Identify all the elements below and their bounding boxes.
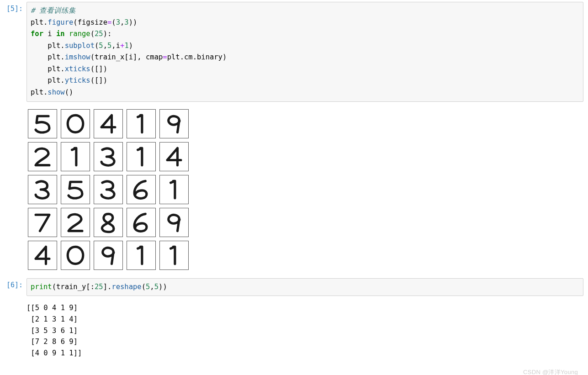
digit-6-icon bbox=[128, 177, 154, 202]
code-token bbox=[65, 30, 69, 38]
code-token: ( bbox=[111, 18, 116, 26]
digit-cell-6 bbox=[127, 175, 156, 204]
cell-6-prompt: [6]: bbox=[3, 278, 26, 289]
digit-0-icon bbox=[63, 243, 88, 268]
digit-3-icon bbox=[95, 177, 121, 202]
code-token: , bbox=[150, 283, 154, 291]
mnist-digit-grid bbox=[28, 109, 189, 270]
code-token: ]. bbox=[103, 283, 112, 291]
digit-cell-7 bbox=[28, 208, 57, 237]
cell-5-prompt: [5]: bbox=[3, 2, 26, 13]
digit-cell-1 bbox=[127, 109, 156, 138]
digit-cell-9 bbox=[159, 208, 189, 237]
indent bbox=[31, 65, 48, 73]
code-token: imshow bbox=[65, 53, 90, 61]
digit-9-icon bbox=[161, 210, 187, 235]
code-token: (train_x[i], cmap bbox=[90, 53, 163, 61]
cell-6-output: [[5 0 4 1 9] [2 1 3 1 4] [3 5 3 6 1] [7 … bbox=[3, 301, 583, 359]
digit-cell-0 bbox=[61, 109, 90, 138]
code-token: ( bbox=[142, 283, 146, 291]
cell-5-output bbox=[3, 106, 583, 270]
digit-cell-3 bbox=[28, 175, 57, 204]
digit-cell-3 bbox=[94, 175, 123, 204]
cell-5-input[interactable]: # 查看训练集 plt.figure(figsize=(3,3)) for i … bbox=[26, 2, 583, 102]
code-token: print bbox=[31, 283, 52, 291]
code-token: 1 bbox=[124, 42, 128, 50]
code-token: plt. bbox=[31, 18, 48, 26]
code-token: for bbox=[31, 30, 43, 38]
digit-5-icon bbox=[63, 177, 88, 202]
digit-7-icon bbox=[30, 210, 55, 235]
digit-cell-2 bbox=[61, 208, 90, 237]
digit-3-icon bbox=[30, 177, 55, 202]
code-token: )) bbox=[129, 18, 138, 26]
code-token: subplot bbox=[65, 42, 95, 50]
digit-cell-3 bbox=[94, 142, 123, 171]
code-token: 25 bbox=[95, 30, 103, 38]
digit-cell-9 bbox=[94, 241, 123, 270]
code-token: (figsize bbox=[73, 18, 107, 26]
code-token: plt. bbox=[48, 76, 64, 85]
code-token: plt.cm.binary) bbox=[167, 53, 227, 61]
digit-cell-1 bbox=[61, 142, 90, 171]
digit-1-icon bbox=[161, 177, 187, 202]
code-token: plt. bbox=[48, 42, 64, 50]
digit-cell-9 bbox=[159, 109, 189, 138]
digit-cell-5 bbox=[61, 175, 90, 204]
digit-cell-1 bbox=[159, 175, 189, 204]
code-token: 5 bbox=[99, 42, 103, 50]
code-token: plt. bbox=[48, 65, 64, 73]
digit-9-icon bbox=[161, 111, 187, 137]
code-token: 3 bbox=[124, 18, 128, 26]
code-token: ([]) bbox=[90, 65, 107, 73]
code-token: 25 bbox=[95, 283, 103, 291]
digit-1-icon bbox=[161, 243, 187, 268]
code-token: ) bbox=[129, 42, 133, 50]
code-token: i bbox=[43, 30, 56, 38]
digit-cell-6 bbox=[127, 208, 156, 237]
digit-8-icon bbox=[95, 210, 121, 235]
digit-cell-1 bbox=[127, 241, 156, 270]
code-token: ): bbox=[103, 30, 112, 38]
code-token: , bbox=[103, 42, 107, 50]
cell-6-code[interactable]: print(train_y[:25].reshape(5,5)) bbox=[31, 281, 579, 293]
code-token: plt. bbox=[31, 88, 48, 96]
code-token: show bbox=[48, 88, 64, 96]
digit-0-icon bbox=[63, 111, 88, 137]
digit-5-icon bbox=[30, 111, 55, 137]
digit-cell-4 bbox=[28, 241, 57, 270]
code-token: 3 bbox=[116, 18, 120, 26]
digit-1-icon bbox=[128, 111, 154, 137]
digit-cell-2 bbox=[28, 142, 57, 171]
indent bbox=[31, 53, 48, 61]
code-token: ([]) bbox=[90, 76, 107, 85]
digit-1-icon bbox=[128, 243, 154, 268]
code-token: in bbox=[56, 30, 65, 38]
code-token: ( bbox=[90, 30, 95, 38]
jupyter-notebook: [5]: # 查看训练集 plt.figure(figsize=(3,3)) f… bbox=[0, 0, 588, 375]
comment-line: # 查看训练集 bbox=[31, 6, 76, 15]
code-token: 5 bbox=[107, 42, 111, 50]
digit-cell-8 bbox=[94, 208, 123, 237]
digit-9-icon bbox=[95, 243, 121, 268]
csdn-watermark: CSDN @洋洋Young bbox=[523, 368, 578, 375]
code-token: 5 bbox=[154, 283, 159, 291]
code-token: 5 bbox=[146, 283, 150, 291]
code-token: )) bbox=[159, 283, 167, 291]
code-token: figure bbox=[48, 18, 73, 26]
code-token: yticks bbox=[65, 76, 90, 85]
digit-cell-1 bbox=[159, 241, 189, 270]
code-token: = bbox=[107, 18, 111, 26]
code-token: ( bbox=[95, 42, 99, 50]
cell-5-code[interactable]: # 查看训练集 plt.figure(figsize=(3,3)) for i … bbox=[31, 5, 579, 99]
cell-6-input[interactable]: print(train_y[:25].reshape(5,5)) bbox=[26, 278, 583, 296]
digit-1-icon bbox=[128, 144, 154, 169]
digit-3-icon bbox=[95, 144, 121, 169]
digit-6-icon bbox=[128, 210, 154, 235]
code-token: plt. bbox=[48, 53, 64, 61]
digit-2-icon bbox=[30, 144, 55, 169]
code-token: + bbox=[120, 42, 124, 50]
digit-cell-5 bbox=[28, 109, 57, 138]
code-token: , bbox=[120, 18, 124, 26]
code-token: range bbox=[69, 30, 90, 38]
